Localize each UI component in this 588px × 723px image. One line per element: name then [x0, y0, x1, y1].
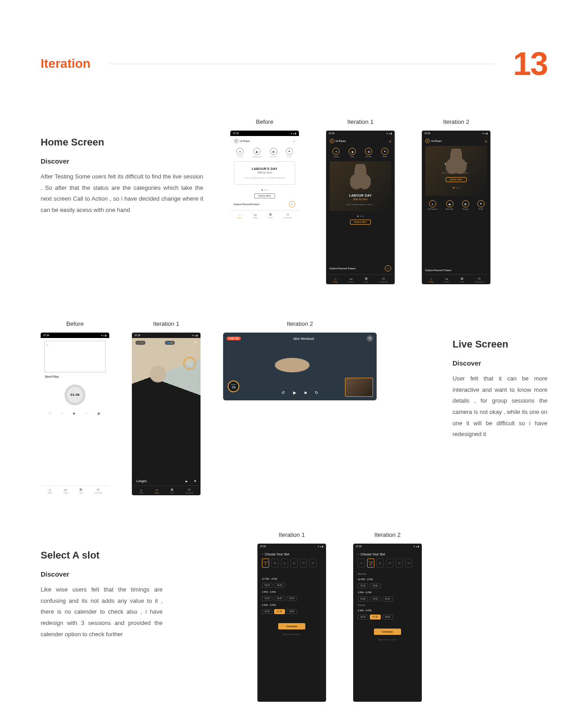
time-chip[interactable]: 05:30	[262, 596, 272, 601]
phone-live-iter2-landscape: LIVE • 56 Abs Workout ✕ Score 75 ↺ ▶ ■ ↻	[223, 333, 377, 400]
nav-studio[interactable]: ▭Studio	[154, 488, 159, 494]
back-icon[interactable]: ‹	[262, 553, 263, 556]
next-icon[interactable]: →	[84, 412, 88, 415]
date-cell[interactable]: 10	[271, 559, 279, 568]
bell-icon[interactable]: ◔	[485, 140, 487, 143]
time-chip[interactable]: 07:30	[370, 615, 380, 620]
explore-offers-button[interactable]: Explore offers	[446, 177, 467, 182]
rewind-icon[interactable]: ↺	[281, 390, 285, 395]
time-chip[interactable]: 03:30	[358, 596, 368, 601]
play-icon[interactable]: ▶	[293, 390, 296, 395]
explore-trainers-row[interactable]: Explore PersonalTrainers ⦀	[230, 200, 299, 210]
category-item[interactable]: ♥Health	[286, 148, 293, 158]
nav-studio[interactable]: ▭Studio	[349, 277, 353, 283]
promo-card[interactable]: LABOUR'S DAY SPECIAL SALE Free 2 months …	[234, 161, 295, 185]
forward-icon[interactable]: ↻	[315, 390, 318, 395]
time-chip[interactable]: 06:00	[358, 615, 368, 620]
nav-community[interactable]: ⚇Community	[379, 277, 387, 283]
nav-track[interactable]: ⊞Track	[170, 488, 174, 494]
time-chip[interactable]: 05:30	[383, 596, 393, 601]
nav-studio[interactable]: ▭Studio	[444, 277, 449, 283]
filter-icon[interactable]: ⦀	[289, 201, 295, 207]
date-cell[interactable]: 13	[396, 559, 403, 568]
time-chip[interactable]: 05:00	[370, 583, 380, 588]
stop-icon[interactable]: ■	[304, 390, 307, 395]
nav-track[interactable]: ⊞Track	[364, 277, 369, 283]
explore-offers-button[interactable]: Explore offers	[350, 220, 371, 225]
time-chip[interactable]: 08:00	[383, 615, 393, 620]
date-cell[interactable]: Today10	[367, 559, 374, 568]
time-chip[interactable]: 05:30	[262, 583, 272, 588]
nav-home[interactable]: ⌂Home	[139, 488, 143, 494]
category-item[interactable]: ✦Cycling	[332, 148, 340, 158]
like-icon[interactable]: ♡	[49, 412, 51, 415]
time-chip[interactable]: 07:30	[274, 609, 285, 614]
continue-button[interactable]: Continue	[278, 623, 305, 629]
nav-home[interactable]: ⌂Home	[429, 277, 433, 283]
back-icon[interactable]: ‹	[45, 341, 105, 349]
date-cell[interactable]: 9	[358, 559, 365, 568]
time-chip[interactable]: 05:30	[287, 596, 297, 601]
date-cell[interactable]: 11	[281, 559, 288, 568]
stop-icon[interactable]: ■	[194, 479, 196, 483]
time-chip[interactable]: 06:00	[262, 609, 272, 614]
nav-track[interactable]: ⊞Track	[460, 277, 464, 283]
live-screens: Before 07:34▾ ▴ ▮ ‹ Bent Rise 01:46 ♡ ← …	[41, 320, 377, 495]
nav-studio[interactable]: ▭Studio	[63, 488, 68, 494]
time-chip[interactable]: 04:00	[274, 583, 285, 588]
volume-icon[interactable]: 🔈	[97, 412, 101, 415]
explore-trainers-row[interactable]: Explore Personal Trainers	[422, 268, 490, 274]
nav-community[interactable]: ⚇Community	[284, 213, 292, 219]
category-item[interactable]: ✿Pushups	[462, 200, 469, 210]
nav-community[interactable]: ⚇Community	[185, 488, 193, 494]
category-item[interactable]: ✦Diet Sessions	[428, 200, 437, 210]
nav-studio[interactable]: ▭Studio	[253, 213, 257, 219]
nav-home[interactable]: ⌂Home	[333, 277, 337, 283]
explore-trainers-row[interactable]: Explore Personal Trainers ⦀	[326, 264, 395, 274]
category-item[interactable]: ✿Diet Plan	[365, 148, 372, 158]
nav-community[interactable]: ⚇Community	[475, 277, 483, 283]
time-chip[interactable]: 04:00	[370, 596, 380, 601]
date-cell[interactable]: 12	[290, 559, 298, 568]
play-icon[interactable]: ▶	[186, 479, 188, 483]
nav-home[interactable]: ⌂Home	[238, 213, 242, 219]
category-item[interactable]: ◉Nearby gyms	[252, 148, 261, 158]
promo-card[interactable]: LABOUR DAY SPECIAL SALE Free 2 months ex…	[330, 161, 391, 211]
time-chip[interactable]: 04:00	[274, 596, 285, 601]
date-cell[interactable]: 14	[309, 559, 317, 568]
date-cell[interactable]: 12	[386, 559, 393, 568]
category-icon: ♥	[381, 148, 388, 155]
nav-home[interactable]: ⌂Home	[48, 488, 52, 494]
category-item[interactable]: ◉Gym	[349, 148, 356, 158]
date-cell[interactable]: 11	[377, 559, 384, 568]
nav-track[interactable]: ⊞Track	[269, 213, 273, 219]
play-icon[interactable]: ▶	[73, 412, 75, 415]
date-cell[interactable]: 14	[405, 559, 412, 568]
category-item[interactable]: ♥Health	[381, 148, 388, 158]
time-range-header: 6 PM - 9 PM	[262, 604, 322, 606]
date-cell[interactable]: 13	[300, 559, 307, 568]
explore-offers-button[interactable]: Explore offers	[254, 193, 275, 198]
exercise-name: Lunges	[136, 479, 147, 483]
bell-icon[interactable]: ◔	[389, 140, 391, 143]
prev-icon[interactable]: ←	[61, 412, 64, 415]
category-item[interactable]: ◉Bead slider	[446, 200, 454, 210]
category-item[interactable]: ✿Diet Plans	[270, 148, 277, 158]
phone-live-before: 07:34▾ ▴ ▮ ‹ Bent Rise 01:46 ♡ ← ▶ → 🔈	[41, 333, 109, 495]
close-icon[interactable]: ✕	[194, 341, 197, 345]
category-item[interactable]: ✦Training	[236, 148, 243, 158]
signal-icon: ▾ ▴ ▮	[192, 334, 198, 337]
close-icon[interactable]: ✕	[367, 335, 373, 342]
time-chip[interactable]: 08:00	[287, 609, 297, 614]
picture-in-picture[interactable]	[345, 378, 373, 397]
nav-track[interactable]: ⊞Track	[79, 488, 83, 494]
back-icon[interactable]: ‹	[358, 553, 359, 556]
filter-icon[interactable]: ⦀	[385, 265, 391, 272]
category-item[interactable]: ♥Health	[477, 200, 485, 210]
nav-community[interactable]: ⚇Community	[94, 488, 102, 494]
date-cell[interactable]: Today9	[262, 559, 269, 568]
search-icon[interactable]: ⌕	[294, 140, 295, 142]
promo-card[interactable]: LABOUR DAY SPECIAL SALE Free 2 months ex…	[425, 146, 487, 196]
continue-button[interactable]: Continue	[374, 629, 401, 635]
time-chip[interactable]: 05:30	[358, 583, 368, 588]
